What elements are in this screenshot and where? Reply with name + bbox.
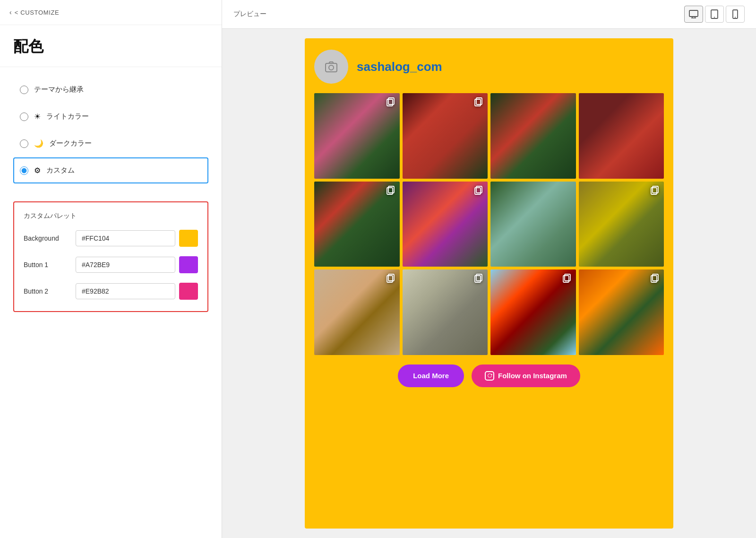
follow-instagram-button[interactable]: Follow on Instagram (472, 364, 580, 387)
desktop-icon (689, 10, 698, 18)
ig-cell-6[interactable] (403, 182, 488, 267)
device-mobile-button[interactable] (726, 6, 745, 23)
palette-input-button2[interactable] (76, 283, 175, 299)
multi-icon-12 (650, 273, 660, 286)
svg-rect-26 (651, 276, 657, 282)
ig-cell-1[interactable] (314, 93, 400, 179)
ig-cell-11[interactable] (490, 269, 576, 355)
left-panel: ‹ < CUSTOMIZE 配色 テーマから継承 ☀ ライトカラー 🌙 ダークカ… (0, 0, 222, 538)
option-theme-label: テーマから継承 (34, 85, 84, 94)
device-desktop-button[interactable] (684, 6, 703, 23)
instagram-icon (485, 371, 494, 381)
tablet-icon (711, 9, 718, 19)
sun-icon: ☀ (34, 112, 41, 121)
radio-custom[interactable] (20, 166, 28, 175)
multi-icon-1 (386, 97, 396, 109)
ig-cell-9[interactable] (314, 269, 400, 355)
color-swatch-background[interactable] (179, 230, 198, 247)
palette-input-wrap-button2 (76, 283, 198, 300)
radio-dark[interactable] (20, 139, 28, 148)
palette-row-button1: Button 1 (24, 256, 198, 273)
ig-buttons: Load More Follow on Instagram (314, 364, 664, 387)
svg-point-9 (329, 65, 334, 70)
svg-rect-23 (476, 274, 482, 281)
svg-rect-25 (565, 274, 570, 281)
svg-rect-27 (653, 274, 658, 281)
svg-point-5 (714, 17, 715, 18)
palette-input-wrap-button1 (76, 256, 198, 273)
svg-rect-0 (689, 10, 698, 17)
palette-key-button2: Button 2 (24, 287, 76, 295)
svg-point-7 (735, 17, 736, 18)
device-icons (684, 6, 745, 23)
multi-icon-10 (473, 273, 484, 286)
ig-avatar (314, 50, 348, 84)
color-swatch-button1[interactable] (179, 256, 198, 273)
ig-cell-7[interactable] (490, 182, 576, 267)
svg-rect-24 (563, 276, 569, 282)
ig-header: sashalog_com (314, 50, 664, 84)
radio-light[interactable] (20, 113, 28, 121)
moon-icon: 🌙 (34, 139, 43, 148)
ig-cell-2[interactable] (403, 93, 488, 179)
option-dark[interactable]: 🌙 ダークカラー (13, 130, 208, 156)
multi-icon-8 (650, 185, 660, 198)
options-section: テーマから継承 ☀ ライトカラー 🌙 ダークカラー ⚙ カスタム (0, 67, 222, 194)
ig-cell-5[interactable] (314, 182, 400, 267)
palette-key-background: Background (24, 234, 76, 242)
palette-title: カスタムパレット (24, 212, 198, 220)
load-more-button[interactable]: Load More (398, 364, 464, 387)
ig-username: sashalog_com (357, 60, 442, 74)
preview-content: sashalog_com (222, 29, 756, 538)
svg-rect-8 (326, 63, 337, 72)
section-title: 配色 (0, 25, 222, 67)
option-custom[interactable]: ⚙ カスタム (13, 157, 208, 183)
svg-rect-21 (388, 274, 394, 281)
palette-section: カスタムパレット Background Button 1 Button 2 (13, 201, 208, 312)
preview-bar: プレビュー (222, 0, 756, 29)
camera-icon (324, 59, 339, 74)
option-theme[interactable]: テーマから継承 (13, 77, 208, 103)
multi-icon-2 (473, 97, 484, 109)
ig-grid (314, 93, 664, 355)
option-light-label: ライトカラー (46, 112, 89, 121)
svg-rect-22 (475, 276, 481, 282)
palette-row-background: Background (24, 230, 198, 247)
multi-icon-5 (386, 185, 396, 198)
radio-theme[interactable] (20, 86, 28, 94)
multi-icon-6 (473, 185, 484, 198)
mobile-icon (732, 9, 738, 19)
right-panel: プレビュー (222, 0, 756, 538)
instagram-widget: sashalog_com (305, 38, 673, 529)
customize-label[interactable]: < CUSTOMIZE (15, 9, 60, 16)
color-swatch-button2[interactable] (179, 283, 198, 300)
palette-input-wrap-background (76, 230, 198, 247)
option-light[interactable]: ☀ ライトカラー (13, 104, 208, 130)
option-custom-label: カスタム (46, 166, 75, 175)
ig-cell-8[interactable] (579, 182, 664, 267)
device-tablet-button[interactable] (705, 6, 724, 23)
palette-input-background[interactable] (76, 230, 175, 246)
svg-rect-20 (387, 276, 393, 282)
palette-input-button1[interactable] (76, 257, 175, 273)
multi-icon-11 (562, 273, 572, 286)
preview-label: プレビュー (233, 10, 266, 18)
palette-row-button2: Button 2 (24, 283, 198, 300)
option-dark-label: ダークカラー (49, 139, 92, 148)
palette-key-button1: Button 1 (24, 261, 76, 269)
top-bar: ‹ < CUSTOMIZE (0, 0, 222, 25)
ig-cell-3[interactable] (490, 93, 576, 179)
back-arrow[interactable]: ‹ (9, 9, 12, 16)
follow-instagram-label: Follow on Instagram (498, 372, 567, 380)
ig-cell-4[interactable] (579, 93, 664, 179)
ig-cell-10[interactable] (403, 269, 488, 355)
ig-cell-12[interactable] (579, 269, 664, 355)
multi-icon-9 (386, 273, 396, 286)
gear-icon: ⚙ (34, 166, 41, 175)
